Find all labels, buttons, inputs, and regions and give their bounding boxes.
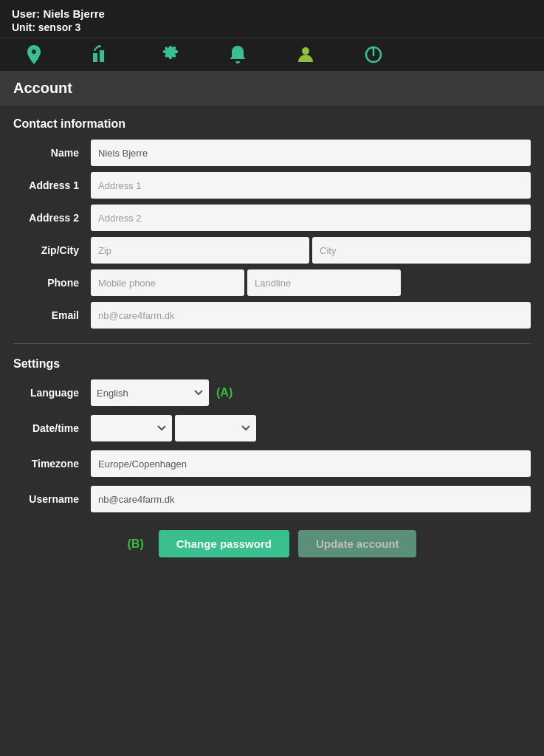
- mobile-input[interactable]: [91, 269, 244, 296]
- svg-rect-2: [100, 50, 104, 62]
- email-row: Email: [13, 302, 531, 329]
- phone-row: Phone: [13, 269, 531, 296]
- name-input[interactable]: [91, 140, 531, 166]
- section-divider: [13, 343, 531, 344]
- contact-section-title: Contact information: [13, 117, 531, 131]
- svg-rect-1: [93, 53, 97, 62]
- time-select[interactable]: 24h 12h: [175, 415, 256, 441]
- language-select-wrapper: English Danish German: [91, 379, 209, 406]
- zip-input[interactable]: [91, 237, 309, 264]
- main-content: Contact information Name Address 1 Addre…: [0, 106, 544, 584]
- name-label: Name: [13, 147, 91, 159]
- nav-bar: [0, 38, 544, 71]
- name-row: Name: [13, 140, 531, 166]
- email-label: Email: [13, 309, 91, 321]
- address1-label: Address 1: [13, 179, 91, 191]
- phone-label: Phone: [13, 277, 91, 289]
- unit-label: Unit: sensor 3: [12, 21, 532, 33]
- buttons-row: (B) Change password Update account: [13, 530, 531, 557]
- location-icon[interactable]: [22, 43, 46, 66]
- time-select-wrapper: 24h 12h: [175, 415, 256, 441]
- zipcity-label: Zip/City: [13, 244, 91, 256]
- user-label: User: Niels Bjerre: [12, 7, 532, 20]
- bell-icon[interactable]: [226, 43, 249, 66]
- timezone-label: Timezone: [13, 458, 91, 470]
- person-icon[interactable]: [294, 43, 317, 66]
- update-account-button[interactable]: Update account: [298, 530, 417, 557]
- signal-icon[interactable]: [90, 43, 114, 66]
- svg-point-0: [32, 49, 36, 54]
- timezone-row: Timezone: [13, 450, 531, 477]
- address1-row: Address 1: [13, 172, 531, 199]
- city-input[interactable]: [312, 237, 531, 264]
- settings-section-title: Settings: [13, 357, 531, 371]
- svg-point-4: [302, 47, 309, 55]
- settings-section: Settings Language English Danish German …: [13, 357, 531, 512]
- username-row: Username: [13, 486, 531, 512]
- page-title: Account: [0, 71, 544, 106]
- language-select[interactable]: English Danish German: [91, 379, 209, 406]
- address2-input[interactable]: [91, 205, 531, 231]
- date-select[interactable]: DD/MM/YYYY MM/DD/YYYY YYYY-MM-DD: [91, 415, 172, 441]
- datetime-label: Date/time: [13, 422, 91, 434]
- language-row: Language English Danish German (A): [13, 379, 531, 406]
- email-input[interactable]: [91, 302, 531, 329]
- badge-b: (B): [128, 537, 144, 551]
- username-input[interactable]: [91, 486, 531, 512]
- gear-icon[interactable]: [158, 43, 182, 66]
- username-label: Username: [13, 493, 91, 505]
- landline-input[interactable]: [247, 269, 401, 296]
- badge-a: (A): [216, 386, 233, 399]
- contact-section: Contact information Name Address 1 Addre…: [13, 117, 531, 329]
- datetime-row: Date/time DD/MM/YYYY MM/DD/YYYY YYYY-MM-…: [13, 415, 531, 441]
- power-icon[interactable]: [362, 43, 385, 66]
- zipcity-row: Zip/City: [13, 237, 531, 264]
- address2-label: Address 2: [13, 212, 91, 224]
- date-select-wrapper: DD/MM/YYYY MM/DD/YYYY YYYY-MM-DD: [91, 415, 172, 441]
- language-label: Language: [13, 387, 91, 399]
- address1-input[interactable]: [91, 172, 531, 199]
- top-bar: User: Niels Bjerre Unit: sensor 3: [0, 0, 544, 38]
- address2-row: Address 2: [13, 205, 531, 231]
- change-password-button[interactable]: Change password: [159, 530, 289, 557]
- timezone-input[interactable]: [91, 450, 531, 477]
